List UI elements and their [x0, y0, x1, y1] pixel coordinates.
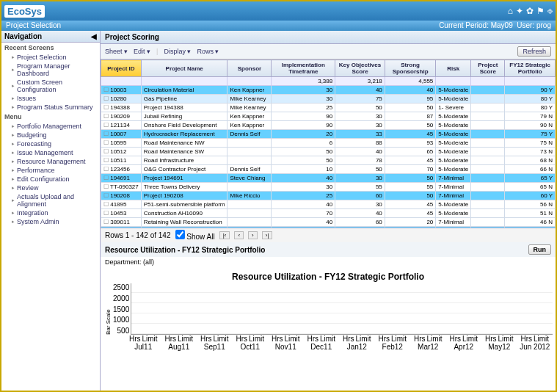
table-row[interactable]: 121134Onshore Field DevelopmentKen Kappn… [101, 121, 556, 130]
nav-item[interactable]: Issue Management [1, 148, 100, 157]
pager-next[interactable]: › [248, 231, 258, 239]
nav-item[interactable]: Edit Configuration [1, 175, 100, 184]
column-header[interactable]: Project ID [101, 60, 142, 77]
table-row[interactable]: 10003Circulation MaterialKen Kappner3040… [101, 86, 556, 95]
table-row[interactable]: 190208Project 190208Mike Riccio2560507-M… [101, 192, 556, 200]
rows-menu[interactable]: Rows ▾ [197, 48, 219, 55]
nav-panel: Navigation◀ Recent Screens Project Selec… [1, 31, 101, 391]
table-row[interactable]: 10453Construction AH100907040455-Moderat… [101, 209, 556, 218]
x-axis-labels: HrsLimitJul11HrsLimitAug11HrsLimitSep11H… [103, 335, 553, 351]
table-row[interactable]: 389011Retaining Wall Reconstruction40602… [101, 218, 556, 227]
table-row[interactable]: 10007Hydrocracker ReplacementDennis Self… [101, 130, 556, 139]
grid-toolbar: Sheet ▾ Edit ▾ | Display ▾ Rows ▾ Refres… [101, 44, 556, 59]
id-cell: 10280 [101, 95, 142, 104]
table-row[interactable]: 194691Project 194691Steve Chiang4030507-… [101, 174, 556, 183]
id-cell: 190209 [101, 112, 142, 121]
display-menu[interactable]: Display ▾ [164, 48, 191, 55]
department-filter[interactable]: Department: (all) [101, 257, 556, 267]
sheet-menu[interactable]: Sheet ▾ [105, 48, 128, 55]
column-header[interactable]: Strong Sponsorship [385, 60, 436, 77]
nav-item[interactable]: Actuals Upload and Alignment [1, 192, 100, 208]
nav-item[interactable]: Project Selection [1, 53, 100, 62]
nav-item[interactable]: Program Manager Dashboard [1, 62, 100, 78]
y-axis-ticks: 2500200015001000500 [113, 283, 131, 335]
current-user: User: prog [517, 21, 551, 29]
pager-prev[interactable]: ‹ [234, 231, 244, 239]
table-row[interactable]: 41895P51-semi-submersible platform403045… [101, 200, 556, 209]
table-row[interactable]: 123456O&G Contractor ProjectDennis Self1… [101, 165, 556, 174]
menu-label: Menu [1, 112, 100, 122]
column-header[interactable]: Implementation Timeframe [272, 60, 335, 77]
id-cell: 10511 [101, 156, 142, 165]
project-grid[interactable]: Project IDProject NameSponsorImplementat… [101, 59, 556, 228]
id-cell: 121134 [101, 121, 142, 130]
current-period: Current Period: May09 [439, 21, 513, 29]
column-headers: Project IDProject NameSponsorImplementat… [101, 60, 556, 77]
id-cell: 10007 [101, 130, 142, 139]
column-header[interactable]: FY12 Strategic Portfolio [505, 60, 556, 77]
tools-icon[interactable]: ✦ [516, 6, 523, 16]
id-cell: TT-090327 [101, 183, 142, 192]
id-cell: 389011 [101, 218, 142, 227]
nav-item[interactable]: Review [1, 184, 100, 192]
run-button[interactable]: Run [528, 244, 552, 255]
app-subheader: Project Selection Current Period: May09 … [1, 21, 556, 31]
app-logo: EcoSys [4, 5, 45, 18]
id-cell: 190208 [101, 192, 142, 200]
id-cell: 10512 [101, 148, 142, 156]
pager-text: Rows 1 - 142 of 142 [105, 231, 171, 239]
recent-screens-label: Recent Screens [1, 43, 100, 53]
header-icons: ⌂ ✦ ✿ ⚑ ⎆ [508, 6, 553, 16]
resource-chart: Resource Utilization - FY12 Strategic Po… [101, 267, 556, 391]
home-icon[interactable]: ⌂ [508, 6, 513, 16]
table-row[interactable]: 10512Road Maintenance SW5040655-Moderate… [101, 148, 556, 156]
id-cell: 41895 [101, 200, 142, 209]
nav-item[interactable]: System Admin [1, 217, 100, 226]
pager-last[interactable]: ›| [262, 231, 273, 239]
column-header[interactable]: Risk [436, 60, 471, 77]
chevron-left-icon[interactable]: ◀ [91, 32, 97, 40]
help-icon[interactable]: ⚑ [536, 6, 545, 16]
pager: Rows 1 - 142 of 142 Show All |‹ ‹ › ›| [101, 228, 556, 242]
nav-item[interactable]: Resource Management [1, 157, 100, 166]
nav-item[interactable]: Forecasting [1, 139, 100, 148]
id-cell: 10003 [101, 86, 142, 95]
column-header[interactable]: Project Name [141, 60, 227, 77]
nav-item[interactable]: Issues [1, 94, 100, 103]
nav-item[interactable]: Custom Screen Configuration [1, 78, 100, 94]
column-header[interactable]: Project Score [471, 60, 505, 77]
id-cell: 10595 [101, 139, 142, 148]
table-row[interactable]: 190209Jubail RefiningKen Kappner9030875-… [101, 112, 556, 121]
y-axis-label: Bar Scale [103, 283, 113, 335]
close-icon[interactable]: ⎆ [547, 6, 553, 16]
nav-item[interactable]: Budgeting [1, 131, 100, 139]
id-cell: 123456 [101, 165, 142, 174]
gear-icon[interactable]: ✿ [526, 6, 534, 16]
id-cell: 194691 [101, 174, 142, 183]
table-row[interactable]: 10511Road Infrastructure5078455-Moderate… [101, 156, 556, 165]
table-row[interactable]: 10280Gas PipelineMike Kearney3075955-Mod… [101, 95, 556, 104]
app-header: EcoSys ⌂ ✦ ✿ ⚑ ⎆ [1, 1, 556, 21]
pager-first[interactable]: |‹ [219, 231, 230, 239]
menu-list: Portfolio ManagementBudgetingForecasting… [1, 122, 100, 226]
subtitle: Project Selection [6, 21, 61, 30]
nav-item[interactable]: Portfolio Management [1, 122, 100, 131]
column-header[interactable]: Key Objectives Score [335, 60, 385, 77]
table-row[interactable]: TT-090327Three Towns Delivery3055557-Min… [101, 183, 556, 192]
refresh-button[interactable]: Refresh [517, 46, 551, 57]
id-cell: 10453 [101, 209, 142, 218]
chart-title: Resource Utilization - FY12 Strategic Po… [232, 272, 424, 282]
util-header: Resource Utilization - FY12 Strategic Po… [101, 242, 556, 257]
nav-item[interactable]: Integration [1, 208, 100, 217]
table-row[interactable]: 194388Project 194388Mike Kearney2550501-… [101, 104, 556, 112]
nav-item[interactable]: Performance [1, 166, 100, 175]
nav-header[interactable]: Navigation◀ [1, 31, 100, 43]
chart-bars [131, 283, 553, 335]
recent-list: Project SelectionProgram Manager Dashboa… [1, 53, 100, 112]
column-header[interactable]: Sponsor [227, 60, 272, 77]
panel-title: Project Scoring [101, 31, 556, 44]
nav-item[interactable]: Program Status Summary [1, 103, 100, 112]
show-all-checkbox[interactable]: Show All [175, 230, 215, 241]
table-row[interactable]: 10595Road Maintenance NW688935-Moderate7… [101, 139, 556, 148]
edit-menu[interactable]: Edit ▾ [134, 48, 150, 55]
